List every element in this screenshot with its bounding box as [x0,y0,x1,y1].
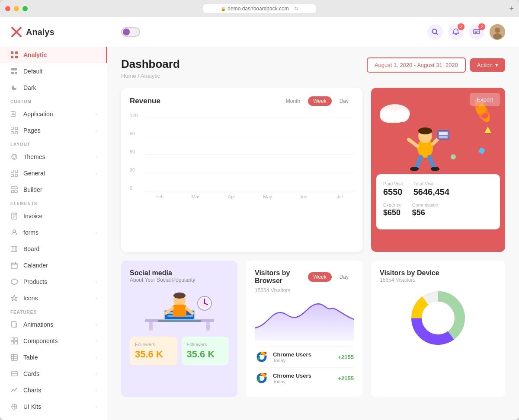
svg-rect-38 [11,337,14,340]
social-media-title: Social media [130,269,229,277]
sidebar-section-features: FEATURES [0,306,107,316]
browser-line-chart [255,298,354,341]
svg-rect-81 [478,147,485,154]
application-icon [10,110,18,118]
expense-value: $650 [383,208,402,217]
tab-week[interactable]: Week [308,96,331,106]
sidebar-item-builder[interactable]: Builder [0,181,107,198]
sidebar-item-board[interactable]: Board [0,241,107,257]
sidebar-item-label-table: Table [23,354,90,361]
sidebar-item-table[interactable]: Table › [0,349,107,366]
svg-point-70 [418,127,432,134]
svg-rect-17 [11,170,13,172]
sidebar-item-general[interactable]: General › [0,165,107,181]
sidebar-item-label-default: Default [23,68,97,75]
main-content: 2 2 Dashboard [107,17,519,420]
svg-point-59 [493,33,502,39]
sidebar-item-cards[interactable]: Cards › [0,366,107,382]
lock-icon: 🔒 [221,6,226,11]
sidebar-item-components[interactable]: Components › [0,333,107,349]
bottom-grid: Social media About Your Social Popularit… [121,261,505,397]
sidebar-item-label-components: Components [23,337,90,344]
sidebar-item-label-themes: Themes [23,153,90,160]
refresh-icon[interactable]: ↻ [294,6,298,12]
icons-icon [10,294,18,302]
svg-marker-83 [484,127,491,133]
sidebar-item-animations[interactable]: Animations › [0,316,107,333]
svg-point-28 [13,230,16,232]
chevron-right-icon-charts: › [96,388,97,393]
social-media-card: Social media About Your Social Popularit… [121,261,237,397]
svg-point-105 [260,355,263,359]
followers-value-1: 35.6 K [135,349,172,360]
x-label-apr: Apr [218,194,246,199]
chevron-right-icon-pages: › [96,128,97,133]
stat-expense: Expence $650 [383,202,402,217]
browser-list-item-1: Chrome Users Today +2155 [255,346,354,367]
social-illustration [130,288,229,331]
breadcrumb: Home / Analytic [121,73,180,79]
total-visit-value: 5646,454 [413,187,449,197]
svg-point-50 [16,388,17,389]
browser-tab-week[interactable]: Week [308,272,331,282]
topbar-right: 2 2 [427,24,505,40]
logo-icon [10,26,22,38]
svg-rect-6 [15,72,17,74]
browser-list-sub-1: Today [273,358,333,363]
export-button[interactable]: Export [470,93,500,106]
notifications-bell-button[interactable]: 2 [448,24,464,40]
donut-svg [410,290,466,346]
x-label-feb: Feb [145,194,173,199]
svg-rect-10 [11,127,13,130]
sidebar-item-dark[interactable]: Dark [0,80,107,96]
action-button-label: Action [477,62,493,68]
forms-icon [10,229,18,236]
svg-rect-3 [15,56,18,58]
tab-month[interactable]: Month [281,96,305,106]
chevron-right-icon: › [96,112,97,117]
sidebar-item-invoice[interactable]: Invoice [0,208,107,224]
sidebar-item-themes[interactable]: Themes › [0,149,107,165]
svg-point-75 [410,167,419,171]
sidebar-item-charts[interactable]: Charts › [0,382,107,398]
new-tab-button[interactable]: + [509,4,514,13]
user-avatar[interactable] [490,24,505,40]
messages-button[interactable]: 2 [469,24,484,40]
sidebar-item-label-analytic: Analytic [23,51,96,58]
toggle-switch[interactable] [121,27,140,37]
sidebar-item-calendar[interactable]: Calander [0,257,107,274]
revenue-tab-group: Month Week Day [281,96,354,106]
sidebar-item-icons[interactable]: Icons › [0,290,107,306]
search-button[interactable] [427,24,443,40]
sidebar-item-pages[interactable]: Pages › [0,122,107,139]
sidebar-item-products[interactable]: Products › [0,274,107,290]
svg-point-16 [15,156,16,157]
close-button[interactable] [5,6,10,11]
logo-text: Analys [26,27,54,37]
url-bar[interactable]: 🔒 demo.dashboardpack.com ↻ [203,4,316,13]
sidebar-item-application[interactable]: Application › [0,106,107,122]
sidebar-item-label-dark: Dark [23,84,97,91]
browser-list-item-2: Chrome Users Today +2155 [255,367,354,388]
sidebar-item-uikits[interactable]: UI Kits › [0,398,107,415]
stat-row-2: Expence $650 Commission $56 [383,202,493,217]
svg-rect-40 [11,341,14,344]
date-range-button[interactable]: August 1, 2020 - August 31, 2020 [367,57,466,73]
sidebar-item-analytic[interactable]: Analytic [0,47,107,63]
social-svg [136,288,223,331]
tab-day[interactable]: Day [334,96,354,106]
browser-tab-day[interactable]: Day [334,272,354,282]
maximize-button[interactable] [22,6,28,11]
svg-rect-56 [474,29,480,34]
action-button[interactable]: Action ▾ [470,58,505,72]
minimize-button[interactable] [14,6,19,11]
line-chart-svg [255,298,354,341]
sidebar-item-default[interactable]: Default [0,63,107,80]
sidebar-section-layout: LAYOUT [0,139,107,149]
browser-list-label-1: Chrome Users Today [273,351,333,363]
promo-stats: Paid Visit 6550 Total Visit 5646,454 [376,174,500,229]
sidebar-item-forms[interactable]: forms › [0,224,107,241]
revenue-card: Revenue Month Week Day 120 90 [121,88,362,252]
sidebar-item-label-board: Board [23,245,97,252]
svg-rect-22 [11,190,14,193]
